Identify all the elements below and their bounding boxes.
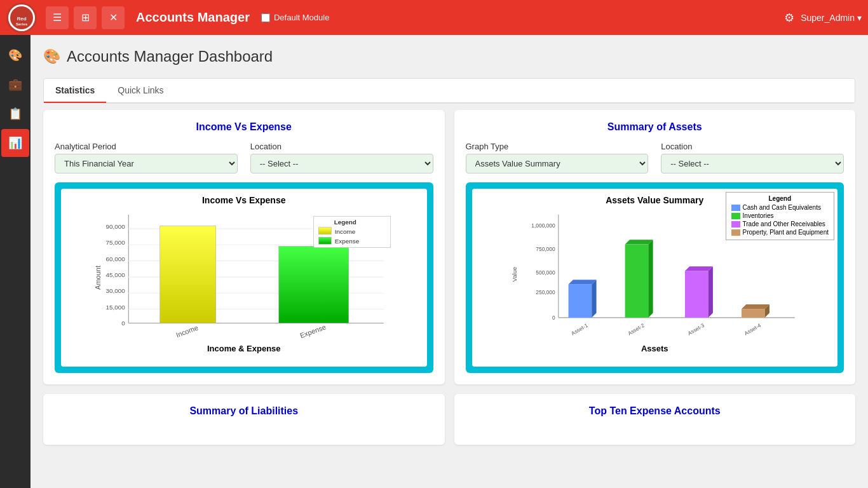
svg-text:Asset-2: Asset-2 bbox=[627, 322, 646, 337]
legend-color-property bbox=[731, 229, 740, 236]
legend-label-property: Property, Plant and Equipment bbox=[743, 229, 829, 236]
sidebar-item-chart[interactable]: 📊 bbox=[1, 129, 29, 157]
svg-text:Asset-1: Asset-1 bbox=[570, 322, 589, 337]
assets-chart-inner: Assets Value Summary Legend Cash and Cas… bbox=[472, 189, 838, 367]
tab-quick-links[interactable]: Quick Links bbox=[106, 79, 175, 103]
chart1-title: Income Vs Expense bbox=[67, 195, 421, 205]
legend-item-property: Property, Plant and Equipment bbox=[731, 229, 829, 236]
cards-row-1: Income Vs Expense Analytical Period This… bbox=[43, 110, 855, 384]
svg-text:750,000: 750,000 bbox=[536, 246, 555, 252]
svg-marker-38 bbox=[592, 280, 596, 318]
legend-color-inventories bbox=[731, 213, 740, 219]
svg-text:45,000: 45,000 bbox=[105, 271, 125, 278]
svg-text:Legend: Legend bbox=[334, 219, 356, 226]
user-dropdown[interactable]: Super_Admin ▾ bbox=[801, 13, 862, 23]
svg-text:Income: Income bbox=[175, 323, 199, 339]
location-group-2: Location -- Select -- bbox=[661, 142, 844, 173]
location-group-1: Location -- Select -- bbox=[250, 142, 433, 173]
analytical-period-label: Analytical Period bbox=[55, 142, 238, 151]
svg-text:Asset-4: Asset-4 bbox=[743, 322, 762, 337]
svg-text:Expense: Expense bbox=[335, 238, 360, 245]
default-module-label-text: Default Module bbox=[274, 13, 329, 22]
svg-marker-41 bbox=[648, 240, 653, 318]
legend-title: Legend bbox=[731, 195, 829, 202]
location-select-1[interactable]: -- Select -- bbox=[250, 154, 433, 173]
location-select-2[interactable]: -- Select -- bbox=[661, 154, 844, 173]
legend-label-inventories: Inventories bbox=[743, 212, 774, 219]
sidebar-item-briefcase[interactable]: 💼 bbox=[1, 71, 29, 98]
svg-marker-37 bbox=[568, 280, 596, 284]
app-title: Accounts Manager bbox=[136, 10, 250, 25]
default-module-checkbox[interactable] bbox=[261, 13, 270, 22]
grid-button[interactable]: ⊞ bbox=[74, 6, 97, 29]
svg-rect-19 bbox=[279, 247, 349, 323]
income-expense-card: Income Vs Expense Analytical Period This… bbox=[43, 110, 445, 384]
location-label-2: Location bbox=[661, 142, 844, 151]
navbar: Red Series ☰ ⊞ ✕ Accounts Manager Defaul… bbox=[0, 0, 868, 35]
svg-marker-40 bbox=[625, 240, 653, 244]
svg-text:75,000: 75,000 bbox=[105, 239, 125, 246]
assets-title: Summary of Assets bbox=[466, 121, 844, 133]
bottom-cards-row: Summary of Liabilities Top Ten Expense A… bbox=[43, 394, 855, 445]
legend-color-cash bbox=[731, 205, 740, 211]
legend-item-trade: Trade and Other Receivables bbox=[731, 220, 829, 227]
svg-marker-43 bbox=[684, 266, 712, 271]
analytical-period-select[interactable]: This Financial Year bbox=[55, 154, 238, 173]
svg-text:60,000: 60,000 bbox=[105, 255, 125, 262]
sidebar-item-book[interactable]: 📋 bbox=[1, 100, 29, 128]
svg-text:Red: Red bbox=[17, 16, 26, 22]
income-expense-form: Analytical Period This Financial Year Lo… bbox=[55, 142, 433, 173]
liabilities-title: Summary of Liabilities bbox=[55, 405, 433, 417]
sidebar: 🎨 💼 📋 📊 bbox=[0, 35, 31, 488]
svg-text:90,000: 90,000 bbox=[105, 223, 125, 230]
main-content: 🎨 Accounts Manager Dashboard Statistics … bbox=[31, 35, 868, 488]
svg-text:0: 0 bbox=[552, 315, 555, 321]
svg-text:Asset-3: Asset-3 bbox=[686, 322, 705, 337]
svg-text:Expense: Expense bbox=[299, 323, 327, 339]
svg-rect-18 bbox=[160, 226, 216, 323]
legend-item-inventories: Inventories bbox=[731, 212, 829, 219]
svg-text:1,000,000: 1,000,000 bbox=[531, 222, 555, 229]
tab-statistics[interactable]: Statistics bbox=[44, 79, 106, 103]
svg-rect-39 bbox=[625, 245, 648, 318]
graph-type-group: Graph Type Assets Value Summary bbox=[466, 142, 649, 173]
legend-label-cash: Cash and Cash Equivalents bbox=[743, 204, 821, 211]
close-button[interactable]: ✕ bbox=[102, 6, 125, 29]
tabs-container: Statistics Quick Links bbox=[43, 78, 855, 104]
legend-label-trade: Trade and Other Receivables bbox=[743, 220, 825, 227]
default-module-toggle[interactable]: Default Module bbox=[261, 13, 329, 22]
nav-right: ⚙ Super_Admin ▾ bbox=[784, 11, 862, 25]
svg-marker-44 bbox=[708, 266, 712, 318]
svg-text:15,000: 15,000 bbox=[105, 304, 125, 311]
top-expense-title: Top Ten Expense Accounts bbox=[466, 405, 844, 417]
legend-color-trade bbox=[731, 221, 740, 227]
hamburger-button[interactable]: ☰ bbox=[46, 6, 69, 29]
income-expense-chart-inner: Income Vs Expense 0 15,000 30,000 45,000… bbox=[61, 189, 427, 367]
dashboard-icon: 🎨 bbox=[43, 48, 60, 65]
liabilities-card: Summary of Liabilities bbox=[43, 394, 445, 445]
assets-chart-bg: Assets Value Summary Legend Cash and Cas… bbox=[466, 182, 844, 373]
svg-rect-25 bbox=[318, 227, 331, 234]
svg-text:30,000: 30,000 bbox=[105, 287, 125, 294]
income-expense-svg: 0 15,000 30,000 45,000 60,000 75,000 90,… bbox=[67, 208, 421, 348]
logo-circle: Red Series bbox=[8, 4, 35, 31]
page-title: Accounts Manager Dashboard bbox=[67, 48, 273, 65]
analytical-period-group: Analytical Period This Financial Year bbox=[55, 142, 238, 173]
location-label-1: Location bbox=[250, 142, 433, 151]
page-header: 🎨 Accounts Manager Dashboard bbox=[43, 48, 855, 65]
main-layout: 🎨 💼 📋 📊 🎨 Accounts Manager Dashboard Sta… bbox=[0, 35, 868, 488]
assets-form: Graph Type Assets Value Summary Location… bbox=[466, 142, 844, 173]
svg-text:Income: Income bbox=[335, 228, 356, 235]
user-name: Super_Admin bbox=[801, 13, 855, 23]
sidebar-item-palette[interactable]: 🎨 bbox=[1, 41, 29, 69]
svg-text:Series: Series bbox=[16, 22, 28, 26]
svg-text:0: 0 bbox=[121, 320, 125, 327]
svg-marker-46 bbox=[741, 304, 769, 309]
svg-text:Value: Value bbox=[510, 267, 517, 281]
graph-type-label: Graph Type bbox=[466, 142, 649, 151]
income-expense-chart-bg: Income Vs Expense 0 15,000 30,000 45,000… bbox=[55, 182, 433, 373]
svg-rect-27 bbox=[318, 237, 331, 244]
settings-icon[interactable]: ⚙ bbox=[784, 11, 794, 25]
graph-type-select[interactable]: Assets Value Summary bbox=[466, 154, 649, 173]
dropdown-arrow-icon: ▾ bbox=[857, 13, 862, 23]
